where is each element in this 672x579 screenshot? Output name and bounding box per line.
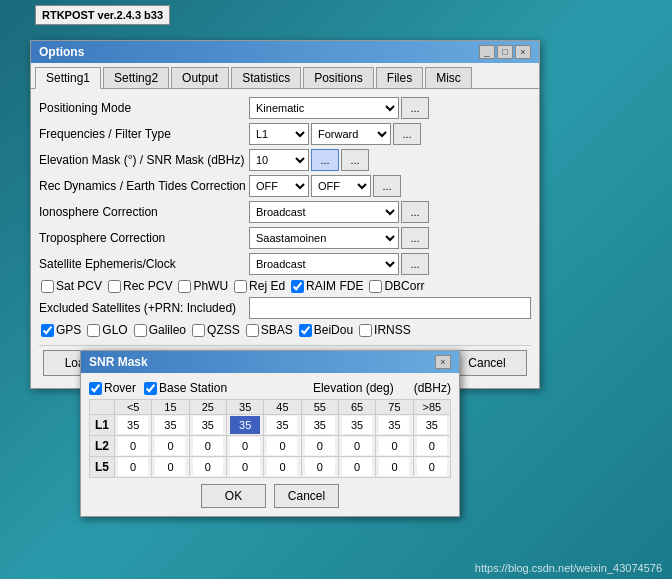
snr-cell-l1-5[interactable] [301,415,338,436]
snr-input-l2-0[interactable] [118,437,148,455]
tab-statistics[interactable]: Statistics [231,67,301,88]
snr-input-l1-7[interactable] [379,416,409,434]
phwu-checkbox[interactable]: PhWU [178,279,228,293]
ionosphere-select[interactable]: Broadcast [249,201,399,223]
rec-pcv-checkbox[interactable]: Rec PCV [108,279,172,293]
sat-pcv-checkbox[interactable]: Sat PCV [41,279,102,293]
minimize-button[interactable]: _ [479,45,495,59]
troposphere-btn[interactable]: ... [401,227,429,249]
snr-cell-l2-5[interactable] [301,436,338,457]
snr-input-l5-0[interactable] [118,458,148,476]
maximize-button[interactable]: □ [497,45,513,59]
snr-input-l5-3[interactable] [230,458,260,476]
snr-close-button[interactable]: × [435,355,451,369]
snr-input-l1-4[interactable] [267,416,297,434]
snr-input-l2-8[interactable] [417,437,447,455]
snr-input-l1-0[interactable] [118,416,148,434]
snr-cell-l1-3[interactable] [226,415,263,436]
snr-input-l1-6[interactable] [342,416,372,434]
snr-cell-l1-7[interactable] [376,415,413,436]
freq-select[interactable]: L1 [249,123,309,145]
snr-input-l5-2[interactable] [193,458,223,476]
tab-setting1[interactable]: Setting1 [35,67,101,89]
satellite-btn[interactable]: ... [401,253,429,275]
sbas-checkbox[interactable]: SBAS [246,323,293,337]
snr-input-l5-5[interactable] [305,458,335,476]
snr-input-l2-5[interactable] [305,437,335,455]
snr-cell-l1-1[interactable] [152,415,189,436]
rover-checkbox[interactable]: Rover [89,381,136,395]
snr-input-l1-1[interactable] [155,416,185,434]
snr-cell-l2-8[interactable] [413,436,450,457]
tab-setting2[interactable]: Setting2 [103,67,169,88]
irnss-checkbox[interactable]: IRNSS [359,323,411,337]
elevation-select[interactable]: 10 [249,149,309,171]
qzss-checkbox[interactable]: QZSS [192,323,240,337]
elevation-mask-btn[interactable]: ... [311,149,339,171]
snr-cell-l2-2[interactable] [189,436,226,457]
snr-cell-l5-4[interactable] [264,457,301,478]
snr-cell-l5-1[interactable] [152,457,189,478]
snr-input-l5-8[interactable] [417,458,447,476]
snr-input-l1-3[interactable] [230,416,260,434]
snr-input-l1-2[interactable] [193,416,223,434]
snr-input-l5-7[interactable] [379,458,409,476]
earth-tides-select[interactable]: OFF [311,175,371,197]
snr-cell-l5-3[interactable] [226,457,263,478]
positioning-mode-btn[interactable]: ... [401,97,429,119]
glo-checkbox[interactable]: GLO [87,323,127,337]
snr-cell-l1-4[interactable] [264,415,301,436]
tab-files[interactable]: Files [376,67,423,88]
excluded-satellites-input[interactable]: C01 C02 [249,297,531,319]
snr-cell-l2-4[interactable] [264,436,301,457]
snr-cell-l5-7[interactable] [376,457,413,478]
snr-cell-l5-2[interactable] [189,457,226,478]
snr-cell-l5-8[interactable] [413,457,450,478]
freq-filter-btn[interactable]: ... [393,123,421,145]
snr-input-l1-5[interactable] [305,416,335,434]
snr-cell-l2-1[interactable] [152,436,189,457]
rej-ed-checkbox[interactable]: Rej Ed [234,279,285,293]
gps-checkbox[interactable]: GPS [41,323,81,337]
snr-input-l2-7[interactable] [379,437,409,455]
base-station-checkbox[interactable]: Base Station [144,381,227,395]
snr-input-l5-6[interactable] [342,458,372,476]
snr-input-l2-4[interactable] [267,437,297,455]
elevation-extra-btn[interactable]: ... [341,149,369,171]
rec-dynamics-select[interactable]: OFF [249,175,309,197]
rec-dynamics-btn[interactable]: ... [373,175,401,197]
snr-cell-l5-0[interactable] [115,457,152,478]
beidou-checkbox[interactable]: BeiDou [299,323,353,337]
tab-positions[interactable]: Positions [303,67,374,88]
snr-input-l2-1[interactable] [155,437,185,455]
snr-cell-l2-7[interactable] [376,436,413,457]
galileo-checkbox[interactable]: Galileo [134,323,186,337]
snr-cell-l1-0[interactable] [115,415,152,436]
satellite-select[interactable]: Broadcast [249,253,399,275]
snr-input-l5-4[interactable] [267,458,297,476]
ionosphere-btn[interactable]: ... [401,201,429,223]
tab-misc[interactable]: Misc [425,67,472,88]
troposphere-select[interactable]: Saastamoinen [249,227,399,249]
snr-cell-l1-2[interactable] [189,415,226,436]
snr-cell-l2-3[interactable] [226,436,263,457]
snr-cell-l2-6[interactable] [338,436,375,457]
tab-output[interactable]: Output [171,67,229,88]
snr-input-l2-6[interactable] [342,437,372,455]
snr-input-l2-3[interactable] [230,437,260,455]
close-button[interactable]: × [515,45,531,59]
snr-cancel-button[interactable]: Cancel [274,484,339,508]
filter-select[interactable]: Forward [311,123,391,145]
snr-cell-l2-0[interactable] [115,436,152,457]
snr-cell-l1-6[interactable] [338,415,375,436]
snr-ok-button[interactable]: OK [201,484,266,508]
snr-cell-l1-8[interactable] [413,415,450,436]
snr-input-l1-8[interactable] [417,416,447,434]
snr-cell-l5-6[interactable] [338,457,375,478]
snr-input-l5-1[interactable] [155,458,185,476]
snr-cell-l5-5[interactable] [301,457,338,478]
snr-input-l2-2[interactable] [193,437,223,455]
raim-fde-checkbox[interactable]: RAIM FDE [291,279,363,293]
positioning-mode-select[interactable]: Kinematic [249,97,399,119]
dbcorr-checkbox[interactable]: DBCorr [369,279,424,293]
